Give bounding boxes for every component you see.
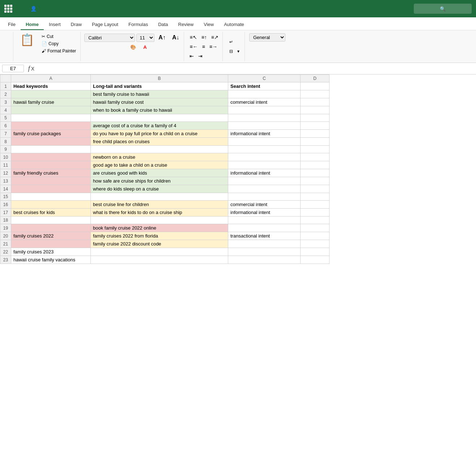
cell-21-A[interactable] <box>11 240 91 248</box>
cell-5-B[interactable] <box>91 114 228 122</box>
cell-18-B[interactable] <box>91 217 228 224</box>
font-color-button[interactable]: A <box>141 43 149 51</box>
cell-14-A[interactable] <box>11 185 91 193</box>
cell-22-A[interactable]: family cruises 2023 <box>11 248 91 256</box>
align-top-right-button[interactable]: ≡↗ <box>209 33 220 41</box>
row-header-12[interactable]: 12 <box>0 169 11 177</box>
redo-button[interactable] <box>6 47 10 49</box>
formula-expand-icon[interactable]: ƒx <box>26 65 36 72</box>
cell-22-C[interactable] <box>228 248 301 256</box>
cell-16-C[interactable]: commercial intent <box>228 201 301 209</box>
cell-23-C[interactable] <box>228 256 301 264</box>
cell-14-B[interactable]: where do kids sleep on a cruise <box>91 185 228 193</box>
dollar-button[interactable] <box>249 43 254 44</box>
cell-3-C[interactable]: commercial intent <box>228 98 301 106</box>
cell-15-B[interactable] <box>91 193 228 201</box>
cell-23-B[interactable] <box>91 256 228 264</box>
tab-formulas[interactable]: Formulas <box>123 20 153 30</box>
cell-19-B[interactable]: book family cruise 2022 online <box>91 224 228 232</box>
cell-3-D[interactable] <box>301 98 330 106</box>
cell-23-A[interactable]: hawaii cruise family vacations <box>11 256 91 264</box>
cell-7-C[interactable]: informational intent <box>228 130 301 138</box>
cell-8-B[interactable]: free child places on cruises <box>91 138 228 146</box>
indent-increase-button[interactable]: ⇥ <box>196 52 204 60</box>
cell-9-B[interactable] <box>91 146 228 153</box>
row-header-20[interactable]: 20 <box>0 232 11 240</box>
col-header-b[interactable]: B <box>91 75 228 82</box>
bold-button[interactable] <box>84 46 89 48</box>
cell-22-D[interactable] <box>301 248 330 256</box>
tab-automate[interactable]: Automate <box>219 20 249 30</box>
cell-18-C[interactable] <box>228 217 301 224</box>
row-header-2[interactable]: 2 <box>0 90 11 98</box>
cell-3-A[interactable]: hawaii family cruise <box>11 98 91 106</box>
row-header-8[interactable]: 8 <box>0 138 11 146</box>
fill-color-button[interactable]: 🎨 <box>128 43 139 51</box>
merge-centre-button[interactable]: ⊟ ▾ <box>227 48 242 55</box>
italic-button[interactable] <box>92 46 97 48</box>
row-header-11[interactable]: 11 <box>0 161 11 169</box>
align-center-button[interactable]: ≡ <box>200 43 207 51</box>
cell-16-D[interactable] <box>301 201 330 209</box>
row-header-14[interactable]: 14 <box>0 185 11 193</box>
paste-button[interactable]: 📋 <box>17 33 37 46</box>
tab-draw[interactable]: Draw <box>66 20 87 30</box>
row-header-4[interactable]: 4 <box>0 106 11 114</box>
row-header-18[interactable]: 18 <box>0 217 11 224</box>
cell-16-A[interactable] <box>11 201 91 209</box>
cell-4-D[interactable] <box>301 106 330 114</box>
copy-button[interactable]: 📄 Copy <box>39 40 78 47</box>
indent-decrease-button[interactable]: ⇤ <box>188 52 196 60</box>
formula-input[interactable] <box>38 65 474 72</box>
tab-view[interactable]: View <box>199 20 219 30</box>
row-header-6[interactable]: 6 <box>0 122 11 130</box>
cell-11-D[interactable] <box>301 161 330 169</box>
cell-2-D[interactable] <box>301 90 330 98</box>
cell-23-D[interactable] <box>301 256 330 264</box>
percent-button[interactable] <box>255 43 259 44</box>
row-header-23[interactable]: 23 <box>0 256 11 264</box>
col-header-a[interactable]: A <box>11 75 91 82</box>
cell-reference-input[interactable] <box>2 65 24 72</box>
font-size-select[interactable]: 11 <box>136 34 154 42</box>
cell-13-D[interactable] <box>301 177 330 185</box>
row-header-17[interactable]: 17 <box>0 209 11 217</box>
cell-20-B[interactable]: family cruises 2022 from florida <box>91 232 228 240</box>
cell-13-A[interactable] <box>11 177 91 185</box>
cell-16-B[interactable]: best cruise line for children <box>91 201 228 209</box>
cell-5-D[interactable] <box>301 114 330 122</box>
cell-17-D[interactable] <box>301 209 330 217</box>
row-header-21[interactable]: 21 <box>0 240 11 248</box>
cell-9-C[interactable] <box>228 146 301 153</box>
cell-17-C[interactable]: informational intent <box>228 209 301 217</box>
cell-6-B[interactable]: average cost of a cruise for a family of… <box>91 122 228 130</box>
cell-8-C[interactable] <box>228 138 301 146</box>
cell-20-D[interactable] <box>301 232 330 240</box>
cell-7-B[interactable]: do you have to pay full price for a chil… <box>91 130 228 138</box>
cell-17-B[interactable]: what is there for kids to do on a cruise… <box>91 209 228 217</box>
wrap-text-button[interactable]: ↵ <box>227 38 242 46</box>
cell-14-C[interactable] <box>228 185 301 193</box>
cell-14-D[interactable] <box>301 185 330 193</box>
double-underline-button[interactable] <box>106 46 111 48</box>
strikethrough-button[interactable] <box>113 46 118 48</box>
cell-9-A[interactable] <box>11 146 91 153</box>
align-left-button[interactable]: ≡← <box>188 43 199 51</box>
cell-11-C[interactable] <box>228 161 301 169</box>
format-painter-button[interactable]: 🖌 Format Painter <box>39 48 78 54</box>
col-header-d[interactable]: D <box>301 75 330 82</box>
cell-12-C[interactable]: informational intent <box>228 169 301 177</box>
cell-21-C[interactable] <box>228 240 301 248</box>
cell-6-D[interactable] <box>301 122 330 130</box>
tab-data[interactable]: Data <box>153 20 173 30</box>
tab-file[interactable]: File <box>3 20 21 30</box>
tab-page-layout[interactable]: Page Layout <box>87 20 123 30</box>
cell-2-B[interactable]: best family cruise to hawaii <box>91 90 228 98</box>
cell-1-A[interactable]: Head keywords <box>11 82 91 90</box>
cell-15-A[interactable] <box>11 193 91 201</box>
border-button[interactable] <box>120 46 126 48</box>
cut-button[interactable]: ✂ Cut <box>39 33 78 40</box>
cell-1-C[interactable]: Search intent <box>228 82 301 90</box>
cell-15-C[interactable] <box>228 193 301 201</box>
cell-5-A[interactable] <box>11 114 91 122</box>
